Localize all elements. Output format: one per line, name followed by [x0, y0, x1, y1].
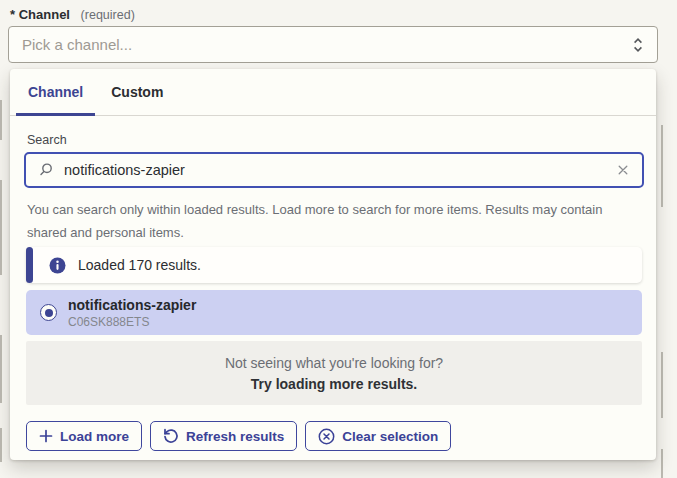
option-text: notifications-zapier C06SK888ETS: [68, 297, 196, 329]
hint-line1: Not seeing what you're looking for?: [26, 353, 642, 374]
search-helper-text: You can search only within loaded result…: [27, 198, 639, 244]
background-element-border: [0, 335, 2, 403]
alert-message: Loaded 170 results.: [78, 257, 201, 273]
refresh-results-label: Refresh results: [186, 429, 284, 444]
hint-line2: Try loading more results.: [26, 374, 642, 395]
plus-icon: [39, 429, 53, 443]
field-label: Channel: [19, 7, 70, 22]
load-more-button[interactable]: Load more: [26, 421, 142, 451]
info-icon: [49, 257, 66, 274]
background-element-border: [0, 100, 2, 140]
clear-selection-label: Clear selection: [342, 429, 438, 444]
loaded-results-alert: Loaded 170 results.: [26, 247, 642, 283]
refresh-results-button[interactable]: Refresh results: [150, 421, 297, 451]
option-title: notifications-zapier: [68, 297, 196, 314]
search-input[interactable]: [64, 162, 616, 178]
tab-channel[interactable]: Channel: [16, 69, 95, 115]
dropdown-tabbar: Channel Custom: [10, 69, 656, 116]
refresh-icon: [163, 428, 179, 444]
background-element-border: [661, 125, 663, 207]
field-label-row: * Channel (required): [10, 7, 135, 22]
channel-option-row[interactable]: notifications-zapier C06SK888ETS: [26, 290, 642, 335]
tab-custom[interactable]: Custom: [99, 69, 175, 115]
channel-select[interactable]: Pick a channel...: [8, 26, 658, 63]
dropdown-actions: Load more Refresh results Clear selectio…: [26, 421, 451, 451]
clear-circle-icon: [318, 428, 335, 445]
required-note: (required): [81, 8, 135, 22]
select-placeholder: Pick a channel...: [22, 36, 632, 53]
select-updown-chevron-icon: [632, 36, 644, 54]
background-element-border: [0, 428, 2, 462]
load-more-hint: Not seeing what you're looking for? Try …: [26, 341, 642, 405]
background-element-border: [0, 180, 2, 275]
option-subtitle: C06SK888ETS: [68, 315, 196, 329]
clear-selection-button[interactable]: Clear selection: [305, 421, 451, 451]
channel-dropdown-panel: Channel Custom Search You can search onl…: [10, 69, 656, 460]
alert-accent-bar: [26, 247, 33, 283]
background-element-border: [661, 352, 663, 418]
clear-search-icon[interactable]: [616, 163, 630, 177]
search-icon: [38, 162, 54, 178]
radio-selected-icon[interactable]: [40, 304, 57, 321]
load-more-label: Load more: [60, 429, 129, 444]
search-field[interactable]: [24, 152, 644, 188]
tab-custom-label: Custom: [111, 84, 163, 100]
required-asterisk: *: [10, 7, 15, 22]
background-element-border: [661, 449, 663, 478]
tab-channel-label: Channel: [28, 84, 83, 100]
search-label: Search: [27, 133, 67, 147]
